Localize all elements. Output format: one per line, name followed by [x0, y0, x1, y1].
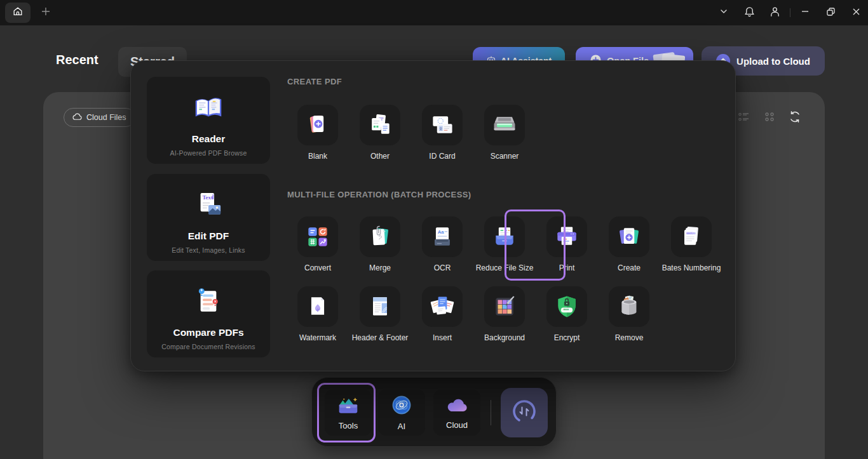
tools-popup-panel: Reader AI-Powered PDF Browse Text Edit P…	[130, 60, 736, 371]
tile-header-footer[interactable]: Header & Footer	[349, 286, 411, 342]
svg-text:Aa: Aa	[438, 229, 445, 235]
tab-recent[interactable]: Recent	[56, 53, 98, 67]
dock-ai-button[interactable]: AI	[378, 390, 425, 436]
dock-cloud-label: Cloud	[446, 420, 468, 430]
tile-create-label: Create	[618, 263, 641, 272]
tile-background[interactable]: Background	[473, 286, 536, 342]
reader-card[interactable]: Reader AI-Powered PDF Browse	[147, 77, 270, 164]
tile-encrypt-label: Encrypt	[554, 333, 580, 342]
cloud-icon	[445, 396, 468, 417]
ai-icon	[391, 394, 412, 418]
tile-watermark-label: Watermark	[299, 333, 336, 342]
tile-print[interactable]: Print	[536, 216, 598, 272]
tile-bates-numbering[interactable]: 000123 Bates Numbering	[660, 216, 722, 272]
tile-encrypt[interactable]: *** Encrypt	[536, 286, 598, 342]
dock-converter-button[interactable]	[501, 388, 548, 437]
tile-other-label: Other	[370, 152, 390, 161]
home-icon	[12, 6, 24, 20]
titlebar	[0, 0, 868, 25]
tile-other[interactable]: Other	[349, 105, 411, 161]
reduce-file-size-icon	[484, 216, 525, 257]
compare-pdfs-card[interactable]: Compare PDFs Compare Document Revisions	[147, 270, 270, 357]
tile-convert-label: Convert	[304, 263, 331, 272]
create-pdf-row: Blank Other	[287, 105, 536, 161]
batch-section-title: MULTI-FILE OPERATION (BATCH PROCESS)	[287, 190, 471, 199]
tile-background-label: Background	[484, 333, 525, 342]
upload-to-cloud-label: Upload to Cloud	[736, 56, 810, 67]
restore-icon	[826, 7, 836, 19]
tile-insert[interactable]: Insert	[411, 286, 473, 342]
id-card-icon	[422, 105, 463, 145]
tile-print-label: Print	[559, 263, 575, 272]
tile-ocr-label: OCR	[434, 263, 451, 272]
tile-scanner-label: Scanner	[491, 152, 519, 161]
edit-pdf-title: Edit PDF	[188, 230, 229, 242]
person-icon	[769, 6, 781, 20]
grid-view-button[interactable]	[763, 110, 776, 124]
bottom-dock: Tools AI	[311, 377, 557, 447]
tile-remove[interactable]: Remove	[598, 286, 660, 342]
ocr-icon: Aa	[422, 216, 463, 257]
tile-reduce-file-size-label: Reduce File Size	[476, 263, 534, 272]
scanner-icon	[484, 105, 525, 145]
compare-pdfs-subtitle: Compare Document Revisions	[161, 343, 255, 350]
reader-icon	[191, 91, 226, 128]
dock-tools-label: Tools	[339, 421, 358, 430]
svg-text:000123: 000123	[686, 232, 696, 235]
close-icon	[851, 7, 861, 19]
create-pdf-section-title: CREATE PDF	[287, 77, 342, 86]
dock-cloud-button[interactable]: Cloud	[433, 390, 480, 436]
edit-pdf-icon: Text	[191, 188, 226, 225]
print-icon	[546, 216, 587, 257]
merge-icon	[360, 216, 400, 257]
tile-scanner[interactable]: Scanner	[473, 105, 536, 161]
cloud-files-button[interactable]: Cloud Files	[64, 108, 135, 127]
new-tab-button[interactable]	[39, 6, 52, 19]
tile-merge[interactable]: Merge	[349, 216, 411, 272]
minimize-button[interactable]	[793, 0, 817, 25]
tile-watermark[interactable]: Watermark	[287, 286, 349, 342]
tile-blank-label: Blank	[308, 152, 327, 161]
close-button[interactable]	[844, 0, 868, 25]
home-tab-button[interactable]	[5, 3, 31, 23]
tile-remove-label: Remove	[615, 333, 644, 342]
tile-id-card[interactable]: ID Card	[411, 105, 473, 161]
tile-blank[interactable]: Blank	[287, 105, 349, 161]
account-button[interactable]	[763, 0, 787, 25]
watermark-icon	[297, 286, 338, 327]
insert-icon	[422, 286, 463, 327]
tile-convert[interactable]: Convert	[287, 216, 349, 272]
dock-ai-label: AI	[398, 422, 405, 431]
list-view-icon	[737, 115, 751, 126]
reader-title: Reader	[192, 133, 226, 145]
blank-icon	[297, 105, 338, 145]
list-view-button[interactable]	[737, 110, 751, 124]
encrypt-icon: ***	[546, 286, 587, 327]
tile-insert-label: Insert	[433, 333, 452, 342]
dock-tools-button[interactable]: Tools	[325, 390, 372, 436]
create-icon	[609, 216, 649, 257]
refresh-button[interactable]	[788, 110, 802, 124]
compare-pdfs-title: Compare PDFs	[173, 327, 243, 338]
batch-row-1: Convert Merge	[287, 216, 722, 272]
chevron-down-icon	[719, 7, 728, 18]
edit-pdf-card[interactable]: Text Edit PDF Edit Text, Images, Links	[147, 174, 270, 261]
convert-icon	[297, 216, 338, 257]
tile-create[interactable]: Create	[598, 216, 660, 272]
cloud-files-label: Cloud Files	[86, 113, 126, 122]
tile-reduce-file-size[interactable]: Reduce File Size	[473, 216, 536, 272]
cloud-outline-icon	[72, 113, 82, 123]
restore-button[interactable]	[818, 0, 843, 25]
tile-merge-label: Merge	[369, 263, 391, 272]
notifications-button[interactable]	[737, 0, 761, 25]
edit-pdf-subtitle: Edit Text, Images, Links	[172, 246, 245, 254]
tile-ocr[interactable]: Aa OCR	[411, 216, 473, 272]
remove-icon	[609, 286, 649, 327]
tile-header-footer-label: Header & Footer	[352, 333, 409, 342]
other-icon	[360, 105, 400, 145]
dropdown-button[interactable]	[712, 0, 736, 25]
tile-id-card-label: ID Card	[429, 152, 455, 161]
tile-bates-numbering-label: Bates Numbering	[662, 263, 721, 272]
refresh-icon	[788, 115, 802, 126]
dock-divider	[491, 400, 491, 425]
